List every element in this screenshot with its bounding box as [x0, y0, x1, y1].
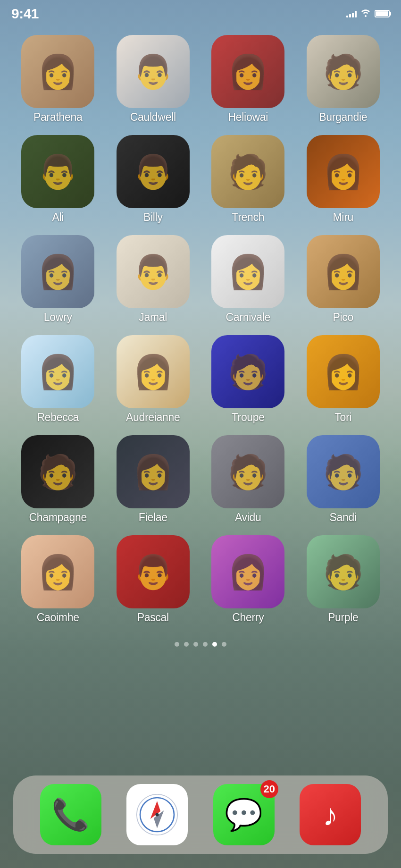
app-icon-rebecca: 👩: [21, 335, 94, 408]
avatar-cauldwell: 👨: [117, 35, 190, 108]
app-label-audreianne: Audreianne: [126, 411, 180, 424]
avatar-fielae: 👩: [117, 435, 190, 508]
avatar-parathena: 👩: [21, 35, 94, 108]
app-label-heliowai: Heliowai: [228, 111, 268, 124]
app-label-fielae: Fielae: [139, 511, 167, 524]
safari-compass-icon: [136, 793, 178, 836]
app-item-parathena[interactable]: 👩Parathena: [13, 35, 103, 124]
app-label-miru: Miru: [333, 211, 353, 224]
svg-point-4: [156, 813, 159, 816]
app-item-ali[interactable]: 👨Ali: [13, 135, 103, 224]
app-icon-ali: 👨: [21, 135, 94, 208]
dock: 📞 💬 20 ♪: [13, 775, 388, 854]
app-icon-caoimhe: 👩: [21, 535, 94, 608]
avatar-troupe: 🧑: [211, 335, 284, 408]
avatar-heliowai: 👩: [211, 35, 284, 108]
page-dot-5[interactable]: [212, 642, 217, 647]
app-item-cauldwell[interactable]: 👨Cauldwell: [109, 35, 198, 124]
app-icon-trench: 🧑: [211, 135, 284, 208]
app-label-troupe: Troupe: [232, 411, 265, 424]
app-icon-miru: 👩: [307, 135, 380, 208]
app-label-cauldwell: Cauldwell: [130, 111, 176, 124]
page-dot-2[interactable]: [184, 642, 189, 647]
avatar-billy: 👨: [117, 135, 190, 208]
app-label-sandi: Sandi: [330, 511, 357, 524]
phone-icon: 📞: [51, 797, 90, 833]
app-icon-sandi: 🧑: [307, 435, 380, 508]
page-dot-4[interactable]: [203, 642, 208, 647]
page-dot-3[interactable]: [193, 642, 198, 647]
battery-icon: [375, 10, 390, 17]
app-item-fielae[interactable]: 👩Fielae: [109, 435, 198, 524]
wifi-icon: [360, 8, 371, 19]
avatar-pascal: 👨: [117, 535, 190, 608]
music-app-icon[interactable]: ♪: [300, 784, 361, 845]
app-label-purple: Purple: [328, 611, 359, 624]
avatar-caoimhe: 👩: [21, 535, 94, 608]
messages-icon: 💬: [225, 797, 263, 833]
app-item-troupe[interactable]: 🧑Troupe: [203, 335, 293, 424]
app-item-audreianne[interactable]: 👩Audreianne: [109, 335, 198, 424]
app-label-champagne: Champagne: [29, 511, 87, 524]
app-item-miru[interactable]: 👩Miru: [299, 135, 388, 224]
avatar-pico: 👩: [307, 235, 380, 308]
avatar-miru: 👩: [307, 135, 380, 208]
app-label-jamal: Jamal: [139, 311, 167, 324]
app-item-pascal[interactable]: 👨Pascal: [109, 535, 198, 624]
avatar-tori: 👩: [307, 335, 380, 408]
app-item-lowry[interactable]: 👩Lowry: [13, 235, 103, 324]
avatar-lowry: 👩: [21, 235, 94, 308]
app-label-tori: Tori: [334, 411, 351, 424]
page-dot-6[interactable]: [222, 642, 226, 647]
app-icon-carnivale: 👩: [211, 235, 284, 308]
app-label-trench: Trench: [232, 211, 264, 224]
app-icon-pico: 👩: [307, 235, 380, 308]
app-item-jamal[interactable]: 👨Jamal: [109, 235, 198, 324]
avatar-carnivale: 👩: [211, 235, 284, 308]
status-bar: 9:41: [0, 0, 401, 25]
app-item-pico[interactable]: 👩Pico: [299, 235, 388, 324]
avatar-audreianne: 👩: [117, 335, 190, 408]
avatar-jamal: 👨: [117, 235, 190, 308]
safari-app-icon[interactable]: [126, 784, 188, 845]
app-item-billy[interactable]: 👨Billy: [109, 135, 198, 224]
music-icon: ♪: [323, 797, 338, 833]
app-icon-cauldwell: 👨: [117, 35, 190, 108]
app-label-avidu: Avidu: [235, 511, 261, 524]
app-item-cherry[interactable]: 👩Cherry: [203, 535, 293, 624]
app-icon-cherry: 👩: [211, 535, 284, 608]
app-item-rebecca[interactable]: 👩Rebecca: [13, 335, 103, 424]
app-item-tori[interactable]: 👩Tori: [299, 335, 388, 424]
app-item-champagne[interactable]: 🧑Champagne: [13, 435, 103, 524]
phone-app-icon[interactable]: 📞: [40, 784, 101, 845]
app-icon-troupe: 🧑: [211, 335, 284, 408]
app-icon-lowry: 👩: [21, 235, 94, 308]
app-icon-parathena: 👩: [21, 35, 94, 108]
app-label-parathena: Parathena: [33, 111, 82, 124]
page-dot-1[interactable]: [175, 642, 179, 647]
avatar-sandi: 🧑: [307, 435, 380, 508]
app-item-trench[interactable]: 🧑Trench: [203, 135, 293, 224]
app-item-purple[interactable]: 🧑Purple: [299, 535, 388, 624]
app-label-burgandie: Burgandie: [319, 111, 367, 124]
app-item-sandi[interactable]: 🧑Sandi: [299, 435, 388, 524]
app-icon-avidu: 🧑: [211, 435, 284, 508]
app-icon-fielae: 👩: [117, 435, 190, 508]
messages-app-icon[interactable]: 💬 20: [213, 784, 275, 845]
avatar-ali: 👨: [21, 135, 94, 208]
messages-badge: 20: [260, 780, 278, 798]
app-icon-purple: 🧑: [307, 535, 380, 608]
app-icon-burgandie: 🧑: [307, 35, 380, 108]
app-item-heliowai[interactable]: 👩Heliowai: [203, 35, 293, 124]
app-icon-champagne: 🧑: [21, 435, 94, 508]
app-label-ali: Ali: [52, 211, 64, 224]
avatar-burgandie: 🧑: [307, 35, 380, 108]
app-item-caoimhe[interactable]: 👩Caoimhe: [13, 535, 103, 624]
app-icon-pascal: 👨: [117, 535, 190, 608]
app-label-pascal: Pascal: [137, 611, 169, 624]
app-label-pico: Pico: [333, 311, 353, 324]
app-item-burgandie[interactable]: 🧑Burgandie: [299, 35, 388, 124]
page-dots[interactable]: [0, 633, 401, 653]
app-item-carnivale[interactable]: 👩Carnivale: [203, 235, 293, 324]
app-item-avidu[interactable]: 🧑Avidu: [203, 435, 293, 524]
